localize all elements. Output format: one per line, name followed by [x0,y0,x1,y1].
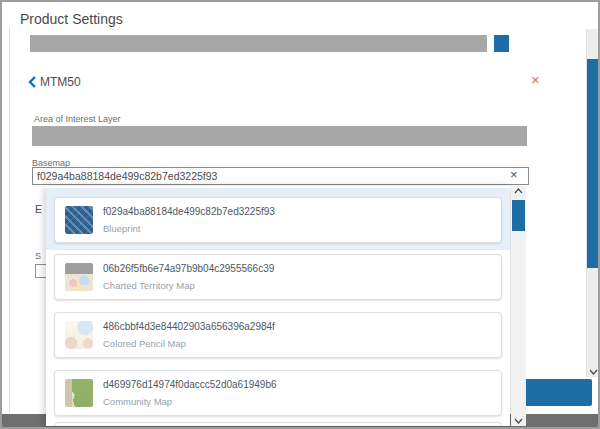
basemap-item-id: 06b26f5fb6e74a97b9b04c2955566c39 [103,263,274,274]
basemap-item-card[interactable]: f029a4ba88184de499c82b7ed3225f93 Bluepri… [54,197,502,243]
page-scroll-down-icon[interactable] [589,369,598,375]
header-placeholder-bar [30,35,487,52]
scroll-up-icon[interactable] [514,188,523,194]
basemap-dropdown-item[interactable]: 486cbbf4d3e84402903a656396a2984f Colored… [46,308,510,366]
panel-left-border [9,28,10,413]
area-of-interest-field[interactable] [32,126,527,146]
close-x-icon: × [531,71,540,88]
basemap-dropdown-item[interactable]: d469976d14974f0daccc52d0a61949b6 Communi… [46,366,510,424]
basemap-dropdown-item[interactable]: f029a4ba88184de499c82b7ed3225f93 Bluepri… [46,188,510,250]
basemap-item-card[interactable]: 486cbbf4d3e84402903a656396a2984f Colored… [54,312,502,358]
hidden-field-label-s: S [35,251,41,261]
back-label: MTM50 [40,75,81,89]
page-scrollbar-thumb[interactable] [587,59,600,268]
basemap-dropdown-item[interactable]: 06b26f5fb6e74a97b9b04c2955566c39 Charted… [46,250,510,308]
hidden-field-label-e: E [35,203,42,215]
page-scrollbar[interactable] [586,29,600,377]
basemap-item-card[interactable]: d469976d14974f0daccc52d0a61949b6 Communi… [54,370,502,416]
basemap-thumbnail [65,263,93,291]
scroll-down-icon[interactable] [514,418,523,424]
basemap-item-name: Community Map [103,396,172,407]
product-settings-window: Product Settings MTM50 × Area of Interes… [0,0,600,429]
header-accent-square [494,35,509,52]
basemap-thumbnail [65,379,93,407]
basemap-dropdown: f029a4ba88184de499c82b7ed3225f93 Bluepri… [46,186,510,426]
basemap-item-id: 486cbbf4d3e84402903a656396a2984f [103,321,275,332]
basemap-item-card[interactable]: 06b26f5fb6e74a97b9b04c2955566c39 Charted… [54,254,502,300]
basemap-thumbnail [65,206,93,234]
basemap-item-partial[interactable] [54,422,502,426]
basemap-item-name: Blueprint [103,223,141,234]
basemap-item-id: f029a4ba88184de499c82b7ed3225f93 [103,206,275,217]
back-button[interactable]: MTM50 [28,74,81,90]
close-panel-button[interactable]: × [531,72,540,87]
basemap-item-id: d469976d14974f0daccc52d0a61949b6 [103,379,277,390]
basemap-item-name: Colored Pencil Map [103,338,186,349]
basemap-thumbnail [65,321,93,349]
dropdown-scrollbar[interactable] [511,186,526,426]
page-title: Product Settings [20,11,123,27]
dropdown-scrollbar-thumb[interactable] [512,200,525,231]
primary-action-button[interactable] [521,379,592,406]
basemap-input[interactable] [32,167,529,185]
clear-input-icon[interactable]: × [510,168,518,181]
basemap-item-name: Charted Territory Map [103,280,195,291]
area-of-interest-label: Area of Interest Layer [34,114,121,124]
chevron-left-icon [28,76,36,88]
